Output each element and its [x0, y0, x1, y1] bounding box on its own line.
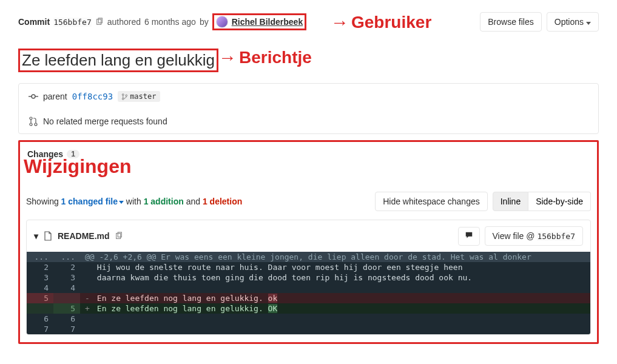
- diff-line: [80, 314, 590, 324]
- svg-point-7: [126, 95, 127, 96]
- svg-point-10: [35, 123, 37, 126]
- svg-rect-11: [116, 234, 120, 239]
- svg-point-2: [32, 95, 35, 98]
- line-number-old[interactable]: 6: [27, 314, 53, 324]
- parent-label: parent: [43, 92, 67, 101]
- line-number-old[interactable]: 7: [27, 324, 53, 334]
- line-number-new[interactable]: 2: [53, 262, 80, 272]
- changes-tab[interactable]: Changes: [27, 149, 63, 159]
- diff-line: daarna kwam die thuis toen ging die dood…: [80, 272, 590, 283]
- chevron-down-icon: [586, 22, 591, 25]
- svg-point-5: [123, 93, 124, 95]
- branch-label[interactable]: master: [118, 91, 160, 102]
- diff-table: ......@@ -2,6 +2,6 @@ Er was eens een kl…: [27, 252, 590, 334]
- line-number-old[interactable]: 4: [27, 283, 53, 293]
- file-name: README.md: [58, 231, 110, 241]
- options-button[interactable]: Options: [547, 12, 599, 32]
- diff-line: + En ze leefden nog lang en gelukkig. OK: [80, 303, 590, 314]
- branch-icon: [121, 93, 128, 100]
- line-number-new[interactable]: 4: [53, 283, 80, 293]
- chevron-down-icon: [119, 201, 124, 204]
- svg-point-6: [123, 98, 124, 99]
- view-file-button[interactable]: View file @ 156bbfe7: [485, 226, 584, 246]
- diff-line: Hij wou de snelste route naar huis. Daar…: [80, 262, 590, 272]
- commit-message: Ze leefden lang en gelukkig: [18, 49, 218, 72]
- line-number-new[interactable]: 7: [53, 324, 80, 334]
- changes-summary: Showing 1 changed file with 1 addition a…: [26, 197, 242, 206]
- svg-rect-0: [96, 19, 101, 25]
- diff-line: [80, 324, 590, 334]
- changes-count: 1: [67, 150, 79, 158]
- changed-files-link[interactable]: 1 changed file: [61, 197, 124, 206]
- merge-request-icon: [29, 116, 38, 126]
- author-link[interactable]: Richel Bilderbeek: [232, 17, 303, 27]
- parent-sha-link[interactable]: 0ff8cc93: [72, 92, 113, 101]
- svg-rect-12: [118, 232, 121, 237]
- deletions-count: 1 deletion: [203, 197, 242, 206]
- branch-name: master: [130, 92, 156, 101]
- svg-point-9: [30, 123, 32, 126]
- commit-label: Commit: [18, 17, 50, 27]
- authored-by: by: [200, 17, 209, 27]
- authored-time: 6 months ago: [144, 17, 196, 27]
- comment-button[interactable]: [458, 227, 480, 246]
- inline-toggle[interactable]: Inline: [493, 192, 528, 211]
- line-number-new[interactable]: 6: [53, 314, 80, 324]
- mr-text: No related merge requests found: [43, 116, 167, 126]
- line-number-old[interactable]: [27, 303, 53, 314]
- side-by-side-toggle[interactable]: Side-by-side: [528, 192, 591, 211]
- line-number-new[interactable]: [53, 293, 80, 303]
- line-number-old[interactable]: 5: [27, 293, 53, 303]
- line-number-new[interactable]: 5: [53, 303, 80, 314]
- diff-line: - En ze leefden nog lang en gelukkig. ok: [80, 293, 590, 303]
- hide-whitespace-button[interactable]: Hide whitespace changes: [375, 192, 488, 211]
- line-number-new[interactable]: 3: [53, 272, 80, 283]
- commit-icon: [29, 92, 38, 101]
- copy-icon[interactable]: [95, 18, 104, 26]
- line-number-old[interactable]: 3: [27, 272, 53, 283]
- browse-files-button[interactable]: Browse files: [480, 12, 541, 32]
- view-file-sha: 156bbfe7: [537, 232, 575, 241]
- additions-count: 1 addition: [144, 197, 184, 206]
- collapse-icon[interactable]: ▾: [34, 231, 38, 241]
- line-number-old[interactable]: 2: [27, 262, 53, 272]
- commit-info: Commit 156bbfe7 authored 6 months ago by…: [18, 13, 306, 30]
- options-label: Options: [555, 17, 584, 27]
- diff-line: [80, 283, 590, 293]
- avatar[interactable]: [216, 16, 228, 28]
- file-icon: [43, 231, 53, 241]
- commit-sha: 156bbfe7: [53, 18, 92, 27]
- copy-path-icon[interactable]: [115, 232, 123, 240]
- svg-rect-1: [98, 18, 102, 23]
- svg-point-8: [30, 117, 32, 120]
- comment-icon: [465, 231, 473, 240]
- authored-prefix: authored: [107, 17, 141, 27]
